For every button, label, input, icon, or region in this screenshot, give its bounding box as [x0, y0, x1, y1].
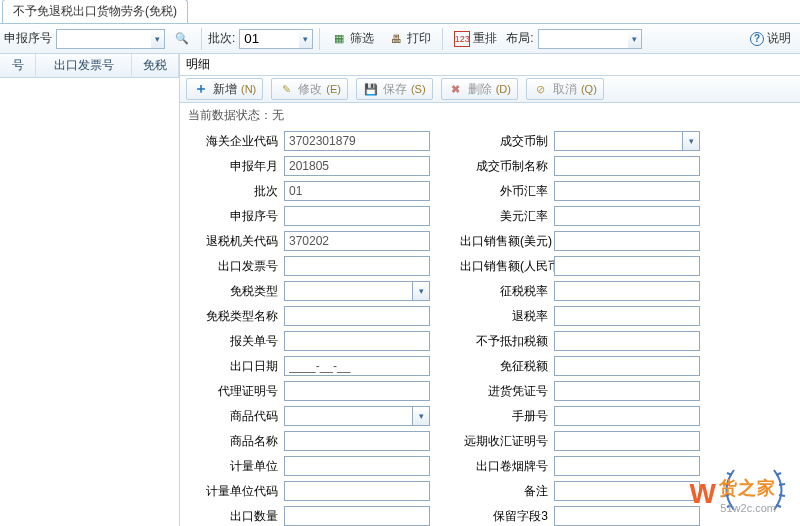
field-input[interactable] — [284, 481, 430, 501]
field-input[interactable] — [284, 356, 430, 376]
form-row: 申报年月 — [190, 155, 430, 177]
filter-button[interactable]: ▦筛选 — [326, 28, 379, 50]
field-label: 成交币制 — [460, 133, 554, 150]
layout-label: 布局: — [506, 30, 533, 47]
form-row: 出口卷烟牌号 — [460, 455, 700, 477]
field-label: 手册号 — [460, 408, 554, 425]
field-label: 计量单位 — [190, 458, 284, 475]
field-label: 备注 — [460, 483, 554, 500]
field-input[interactable] — [554, 281, 700, 301]
layout-dropdown-caret[interactable]: ▾ — [628, 29, 642, 49]
field-input[interactable] — [284, 381, 430, 401]
field-input[interactable] — [284, 206, 430, 226]
seq-input[interactable] — [56, 29, 151, 49]
field-input[interactable] — [284, 231, 430, 251]
field-input[interactable] — [554, 181, 700, 201]
reorder-button[interactable]: 123重排 — [449, 28, 502, 50]
field-input[interactable] — [554, 381, 700, 401]
search-icon: 🔍 — [174, 31, 190, 47]
field-input[interactable] — [284, 456, 430, 476]
field-label: 成交币制名称 — [460, 158, 554, 175]
detail-panel: 明细 ＋新增(N) ✎修改(E) 💾保存(S) ✖删除(D) ⊘取消(Q) 当前… — [180, 54, 800, 526]
field-input[interactable] — [284, 281, 412, 301]
form-col-right: 成交币制▾成交币制名称外币汇率美元汇率出口销售额(美元)出口销售额(人民币)征税… — [460, 130, 700, 526]
search-button[interactable]: 🔍 — [169, 28, 195, 50]
field-label: 免税类型名称 — [190, 308, 284, 325]
field-input[interactable] — [554, 456, 700, 476]
batch-input[interactable] — [239, 29, 299, 49]
form-row: 计量单位代码 — [190, 480, 430, 502]
form-row: 美元汇率 — [460, 205, 700, 227]
form-row: 手册号 — [460, 405, 700, 427]
field-input[interactable] — [554, 356, 700, 376]
field-label: 免税类型 — [190, 283, 284, 300]
chevron-down-icon[interactable]: ▾ — [682, 131, 700, 151]
help-icon: ? — [750, 32, 764, 46]
field-label: 进货凭证号 — [460, 383, 554, 400]
edit-button[interactable]: ✎修改(E) — [271, 78, 348, 100]
batch-label: 批次: — [208, 30, 235, 47]
form-row: 免税类型名称 — [190, 305, 430, 327]
seq-dropdown-caret[interactable]: ▾ — [151, 29, 165, 49]
field-input[interactable] — [284, 156, 430, 176]
print-button[interactable]: 🖶打印 — [383, 28, 436, 50]
field-label: 批次 — [190, 183, 284, 200]
field-input[interactable] — [554, 431, 700, 451]
field-label: 保留字段3 — [460, 508, 554, 525]
form-row: 免征税额 — [460, 355, 700, 377]
field-input[interactable] — [554, 406, 700, 426]
grid-header: 号 出口发票号 免税 — [0, 54, 179, 78]
field-input[interactable] — [284, 256, 430, 276]
separator — [201, 28, 202, 50]
field-input[interactable] — [554, 156, 700, 176]
field-input[interactable] — [554, 131, 682, 151]
field-input[interactable] — [284, 406, 412, 426]
form-row: 计量单位 — [190, 455, 430, 477]
print-icon: 🖶 — [388, 31, 404, 47]
field-input[interactable] — [554, 481, 700, 501]
tab-active[interactable]: 不予免退税出口货物劳务(免税) — [2, 0, 188, 23]
separator — [319, 28, 320, 50]
field-input[interactable] — [554, 506, 700, 526]
form-row: 保留字段3 — [460, 505, 700, 526]
field-label: 远期收汇证明号 — [460, 433, 554, 450]
field-input[interactable] — [554, 206, 700, 226]
field-label: 出口日期 — [190, 358, 284, 375]
status-line: 当前数据状态：无 — [180, 103, 800, 128]
form-row: 商品名称 — [190, 430, 430, 452]
layout-input[interactable] — [538, 29, 628, 49]
field-input[interactable] — [284, 431, 430, 451]
grid-col-taxfree[interactable]: 免税 — [132, 54, 179, 77]
watermark-brand: 货之家 — [719, 476, 776, 500]
field-input[interactable] — [284, 181, 430, 201]
chevron-down-icon[interactable]: ▾ — [412, 406, 430, 426]
field-input[interactable] — [284, 331, 430, 351]
field-label: 美元汇率 — [460, 208, 554, 225]
detail-title: 明细 — [180, 54, 800, 75]
field-label: 出口数量 — [190, 508, 284, 525]
field-input[interactable] — [554, 306, 700, 326]
form-col-left: 海关企业代码申报年月批次申报序号退税机关代码出口发票号免税类型▾免税类型名称报关… — [190, 130, 430, 526]
form-row: 成交币制▾ — [460, 130, 700, 152]
field-input[interactable] — [554, 331, 700, 351]
form-row: 出口销售额(人民币) — [460, 255, 700, 277]
grid-col-num[interactable]: 号 — [0, 54, 36, 77]
save-button[interactable]: 💾保存(S) — [356, 78, 433, 100]
cancel-button[interactable]: ⊘取消(Q) — [526, 78, 604, 100]
field-input[interactable] — [284, 131, 430, 151]
form-row: 退税率 — [460, 305, 700, 327]
add-button[interactable]: ＋新增(N) — [186, 78, 263, 100]
delete-button[interactable]: ✖删除(D) — [441, 78, 518, 100]
form-row: 报关单号 — [190, 330, 430, 352]
top-toolbar: 申报序号 ▾ 🔍 批次: ▾ ▦筛选 🖶打印 123重排 布局: ▾ ?说明 — [0, 24, 800, 54]
field-input[interactable] — [554, 256, 700, 276]
field-input[interactable] — [554, 231, 700, 251]
field-input[interactable] — [284, 306, 430, 326]
form-row: 商品代码▾ — [190, 405, 430, 427]
field-input[interactable] — [284, 506, 430, 526]
help-button[interactable]: ?说明 — [745, 28, 796, 50]
detail-toolbar: ＋新增(N) ✎修改(E) 💾保存(S) ✖删除(D) ⊘取消(Q) — [180, 75, 800, 103]
grid-col-invoice[interactable]: 出口发票号 — [36, 54, 132, 77]
chevron-down-icon[interactable]: ▾ — [412, 281, 430, 301]
batch-dropdown-caret[interactable]: ▾ — [299, 29, 313, 49]
